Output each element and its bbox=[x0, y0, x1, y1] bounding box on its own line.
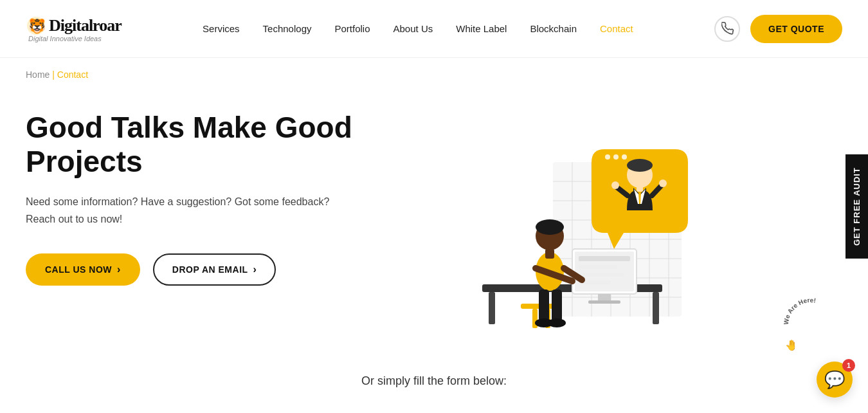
chat-widget: We Are Here! 🤚 💬 1 bbox=[817, 362, 853, 388]
svg-point-32 bbox=[536, 219, 564, 235]
svg-rect-49 bbox=[637, 187, 643, 192]
svg-point-44 bbox=[627, 159, 653, 172]
nav-portfolio[interactable]: Portfolio bbox=[334, 23, 370, 34]
audit-banner[interactable]: GET FREE AUDIT bbox=[845, 154, 868, 259]
get-quote-button[interactable]: GET QUOTE bbox=[750, 15, 842, 43]
svg-point-41 bbox=[613, 154, 619, 160]
svg-rect-33 bbox=[545, 249, 554, 259]
subtext-line1: Need some information? Have a suggestion… bbox=[26, 196, 329, 207]
logo-icon: 🐯 bbox=[26, 15, 46, 36]
logo-text: Digitalroar bbox=[49, 16, 122, 35]
nav-white-label[interactable]: White Label bbox=[456, 23, 507, 34]
svg-point-40 bbox=[605, 154, 610, 160]
chat-circle-button[interactable]: 💬 1 bbox=[817, 362, 853, 388]
svg-rect-26 bbox=[579, 256, 630, 261]
svg-rect-23 bbox=[598, 294, 611, 300]
bottom-form-label: Or simply fill the form below: bbox=[0, 368, 868, 388]
header-right: GET QUOTE bbox=[714, 15, 842, 43]
svg-point-39 bbox=[548, 318, 566, 327]
breadcrumb-current: Contact bbox=[57, 69, 88, 80]
svg-text:🐯: 🐯 bbox=[28, 17, 46, 35]
svg-text:We Are Here!: We Are Here! bbox=[782, 297, 817, 325]
nav-about-us[interactable]: About Us bbox=[393, 23, 433, 34]
nav-services[interactable]: Services bbox=[203, 23, 240, 34]
arrow-right-icon: › bbox=[117, 264, 121, 275]
svg-text:🤚: 🤚 bbox=[785, 339, 798, 351]
svg-point-47 bbox=[611, 181, 619, 189]
svg-rect-28 bbox=[579, 273, 624, 277]
phone-icon-button[interactable] bbox=[714, 16, 740, 42]
main-subtext: Need some information? Have a suggestion… bbox=[26, 193, 399, 228]
contact-illustration bbox=[424, 111, 694, 342]
chat-icon: 💬 bbox=[824, 370, 845, 389]
breadcrumb-home[interactable]: Home bbox=[26, 69, 50, 80]
call-us-now-label: CALL US NOW bbox=[45, 264, 112, 275]
subtext-line2: Reach out to us now! bbox=[26, 214, 122, 225]
svg-rect-37 bbox=[552, 289, 562, 322]
svg-rect-27 bbox=[579, 265, 617, 269]
breadcrumb-separator: | bbox=[52, 69, 57, 80]
illustration-area bbox=[424, 111, 694, 342]
svg-point-48 bbox=[659, 179, 667, 187]
form-label-text: Or simply fill the form below: bbox=[361, 374, 507, 387]
main-section: Good Talks Make Good Projects Need some … bbox=[0, 91, 868, 368]
header: 🐯 Digitalroar Digital Innovative Ideas S… bbox=[0, 0, 868, 58]
call-us-now-button[interactable]: CALL US NOW › bbox=[26, 253, 140, 286]
logo-area: 🐯 Digitalroar Digital Innovative Ideas bbox=[26, 15, 122, 42]
svg-rect-17 bbox=[489, 292, 495, 324]
svg-rect-18 bbox=[653, 292, 659, 324]
drop-email-button[interactable]: DROP AN EMAIL › bbox=[153, 253, 276, 286]
svg-rect-36 bbox=[539, 289, 549, 322]
content-left: Good Talks Make Good Projects Need some … bbox=[26, 111, 399, 286]
main-nav: Services Technology Portfolio About Us W… bbox=[203, 23, 633, 34]
arrow-right-icon2: › bbox=[253, 264, 257, 275]
we-are-here-container: We Are Here! 🤚 bbox=[782, 296, 840, 354]
breadcrumb: Home | Contact bbox=[0, 58, 868, 91]
chat-badge: 1 bbox=[842, 359, 855, 372]
logo[interactable]: 🐯 Digitalroar bbox=[26, 15, 122, 36]
logo-tagline: Digital Innovative Ideas bbox=[28, 35, 102, 42]
svg-rect-24 bbox=[588, 300, 620, 304]
drop-email-label: DROP AN EMAIL bbox=[172, 264, 248, 275]
nav-technology[interactable]: Technology bbox=[263, 23, 312, 34]
main-heading: Good Talks Make Good Projects bbox=[26, 111, 399, 179]
cta-buttons: CALL US NOW › DROP AN EMAIL › bbox=[26, 253, 399, 286]
we-are-here-svg: We Are Here! 🤚 bbox=[782, 296, 840, 354]
svg-point-42 bbox=[622, 154, 627, 160]
nav-contact[interactable]: Contact bbox=[600, 23, 633, 34]
nav-blockchain[interactable]: Blockchain bbox=[530, 23, 577, 34]
